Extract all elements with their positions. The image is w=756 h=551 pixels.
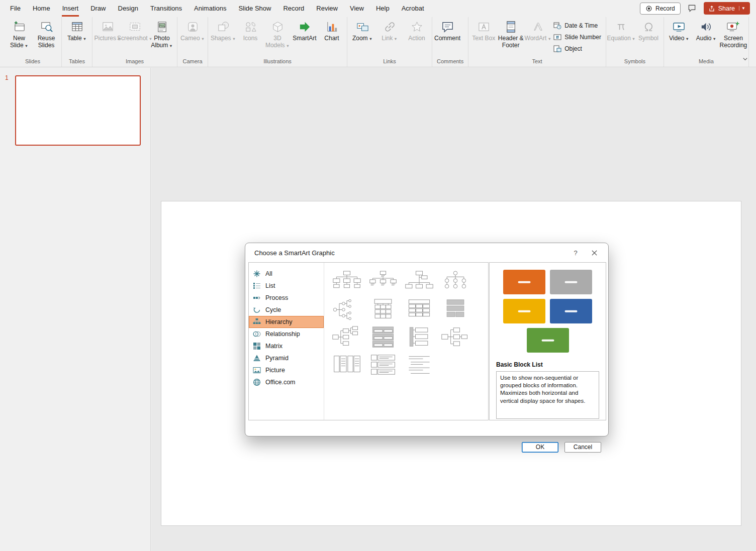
smartart-dialog: Choose a SmartArt Graphic ? AllListProce… (245, 243, 609, 436)
category-hierarchy[interactable]: Hierarchy (249, 316, 324, 328)
wordart-icon (531, 20, 545, 34)
video-button[interactable]: Video▼ (666, 17, 693, 43)
cancel-button[interactable]: Cancel (564, 442, 601, 453)
category-list[interactable]: List (249, 280, 324, 292)
smartart-thumbnail-gray-stack[interactable] (437, 296, 474, 323)
preview-block-gray (550, 270, 592, 294)
menu-tab-view[interactable]: View (344, 0, 370, 17)
ribbon-group-illustrations: Shapes▼Icons3D Models▼SmartArtChartIllus… (208, 17, 347, 67)
category-matrix[interactable]: Matrix (249, 340, 324, 352)
share-chevron-icon[interactable]: ▼ (739, 6, 745, 11)
menu-tab-review[interactable]: Review (310, 0, 344, 17)
slide-thumbnail[interactable] (15, 75, 141, 146)
smartart-thumbnail-circle-org[interactable] (437, 268, 474, 296)
record-button[interactable]: Record (640, 3, 681, 15)
reuse-slides-button[interactable]: Reuse Slides (33, 17, 60, 50)
smartart-thumbnail-org-assist[interactable] (401, 268, 437, 296)
menu-tab-draw[interactable]: Draw (84, 0, 112, 17)
help-button[interactable]: ? (567, 245, 584, 260)
close-button[interactable] (584, 245, 604, 260)
object-button[interactable]: Object (553, 45, 601, 53)
preview-block-yellow (503, 299, 545, 323)
chart-button[interactable]: Chart (318, 17, 345, 43)
menu-tab-home[interactable]: Home (27, 0, 56, 17)
ribbon-groups: New Slide▼Reuse SlidesSlidesTable▼Tables… (4, 17, 749, 67)
comment-button[interactable]: Comment (434, 17, 461, 43)
new-slide-button[interactable]: New Slide▼ (6, 17, 33, 50)
close-icon (591, 250, 598, 256)
smartart-thumbnail-circle-tree[interactable] (329, 296, 365, 323)
smartart-thumbnail-row-list[interactable] (365, 351, 401, 379)
menubar-items: FileHomeInsertDrawDesignTransitionsAnima… (0, 0, 430, 17)
category-pyramid[interactable]: Pyramid (249, 352, 324, 364)
menu-tab-animations[interactable]: Animations (188, 0, 232, 17)
menu-tab-record[interactable]: Record (277, 0, 310, 17)
menu-tab-insert[interactable]: Insert (56, 0, 85, 17)
ribbon-group-slides: New Slide▼Reuse SlidesSlides (4, 17, 62, 67)
share-button[interactable]: Share ▼ (704, 2, 750, 15)
comment-icon (441, 20, 454, 34)
menu-tab-file[interactable]: File (4, 0, 27, 17)
thumbnail-grid (324, 263, 488, 420)
smartart-thumbnail-org[interactable] (329, 268, 365, 296)
category-process[interactable]: Process (249, 292, 324, 304)
object-icon (553, 45, 561, 53)
dialog-titlebar[interactable]: Choose a SmartArt Graphic ? (245, 243, 608, 262)
smartart-thumbnail-box-subgrid[interactable] (365, 296, 401, 323)
chevron-down-icon: ▼ (713, 37, 716, 41)
date-time-button[interactable]: Date & Time (553, 22, 601, 30)
slide-number-button[interactable]: Slide Number (553, 33, 601, 41)
menubar-right: Record Share ▼ (640, 2, 756, 15)
chevron-down-icon: ▼ (286, 44, 290, 48)
menu-tab-transitions[interactable]: Transitions (144, 0, 188, 17)
ribbon: New Slide▼Reuse SlidesSlidesTable▼Tables… (0, 17, 756, 67)
preview-description: Use to show non-sequential or grouped bl… (496, 371, 599, 419)
icons-button: Icons (237, 17, 264, 43)
reuse-slides-icon (40, 20, 53, 34)
category-all[interactable]: All (249, 268, 324, 280)
smartart-thumbnail-table-rows[interactable] (401, 296, 437, 323)
header-footer-button[interactable]: Header & Footer (497, 17, 524, 50)
icons-icon (244, 20, 257, 34)
dialog-title: Choose a SmartArt Graphic (254, 249, 567, 257)
ok-button[interactable]: OK (522, 442, 558, 453)
category-picture[interactable]: Picture (249, 364, 324, 376)
process-icon (253, 294, 261, 302)
ribbon-group-tables: Table▼Tables (62, 17, 92, 67)
smartart-thumbnail-vert-arch[interactable] (401, 323, 437, 351)
smartart-thumbnail-stack-list[interactable] (365, 323, 401, 351)
smartart-thumbnail-horiz-org[interactable] (437, 323, 474, 351)
action-icon (410, 20, 424, 34)
menu-tab-acrobat[interactable]: Acrobat (396, 0, 430, 17)
pictures-icon (101, 20, 115, 34)
chart-icon (325, 20, 339, 34)
slide-number: 1 (5, 74, 9, 81)
audio-button[interactable]: Audio▼ (693, 17, 720, 43)
category-relationship[interactable]: Relationship (249, 328, 324, 340)
menu-tab-slide-show[interactable]: Slide Show (232, 0, 277, 17)
smartart-thumbnail-horiz-hier[interactable] (329, 323, 365, 351)
screen-recording-button[interactable]: Screen Recording (720, 17, 747, 50)
comments-button[interactable] (685, 3, 699, 15)
preview-block-orange (503, 270, 545, 294)
table-button[interactable]: Table▼ (63, 17, 90, 43)
menu-tab-help[interactable]: Help (370, 0, 396, 17)
video-icon (672, 20, 686, 34)
ribbon-collapse-button[interactable] (740, 55, 750, 63)
category-office-com[interactable]: Office.com (249, 376, 324, 388)
category-cycle[interactable]: Cycle (249, 304, 324, 316)
smartart-button[interactable]: SmartArt (291, 17, 318, 43)
record-button-label: Record (655, 5, 675, 12)
menu-tab-design[interactable]: Design (112, 0, 144, 17)
text-box-button: Text Box (470, 17, 497, 43)
zoom-button[interactable]: Zoom▼ (349, 17, 376, 43)
ribbon-group-text: Text BoxHeader & FooterWordArt▼Date & Ti… (468, 17, 606, 67)
smartart-thumbnail-tall-list[interactable] (329, 351, 365, 379)
list-icon (253, 282, 261, 290)
cycle-icon (253, 306, 261, 314)
hierarchy-icon (253, 318, 261, 326)
smartart-thumbnail-org-title[interactable] (365, 268, 401, 296)
photo-album-button[interactable]: Photo Album▼ (148, 17, 175, 50)
office-icon (253, 378, 261, 386)
smartart-thumbnail-lined-text[interactable] (401, 351, 437, 379)
